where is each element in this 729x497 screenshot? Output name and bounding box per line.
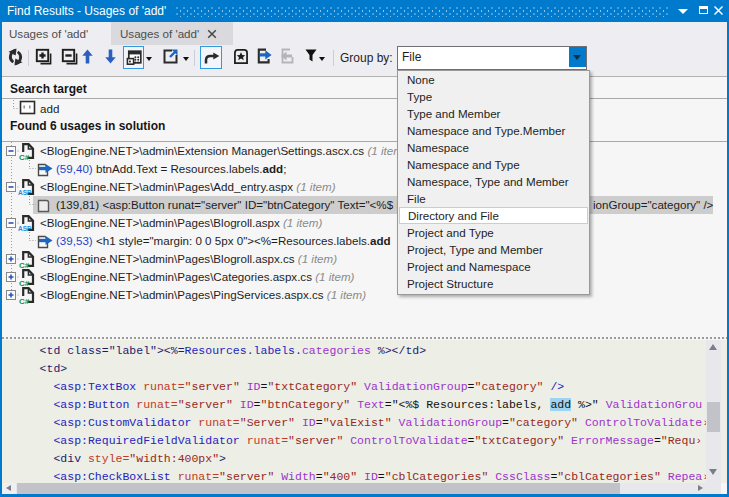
svg-text:ASP: ASP — [18, 225, 32, 232]
svg-text:C#: C# — [19, 297, 30, 306]
svg-text:C#: C# — [19, 153, 30, 162]
svg-text:C#: C# — [19, 279, 30, 288]
svg-text:ASP: ASP — [18, 189, 32, 196]
svg-text:C#: C# — [19, 261, 30, 270]
